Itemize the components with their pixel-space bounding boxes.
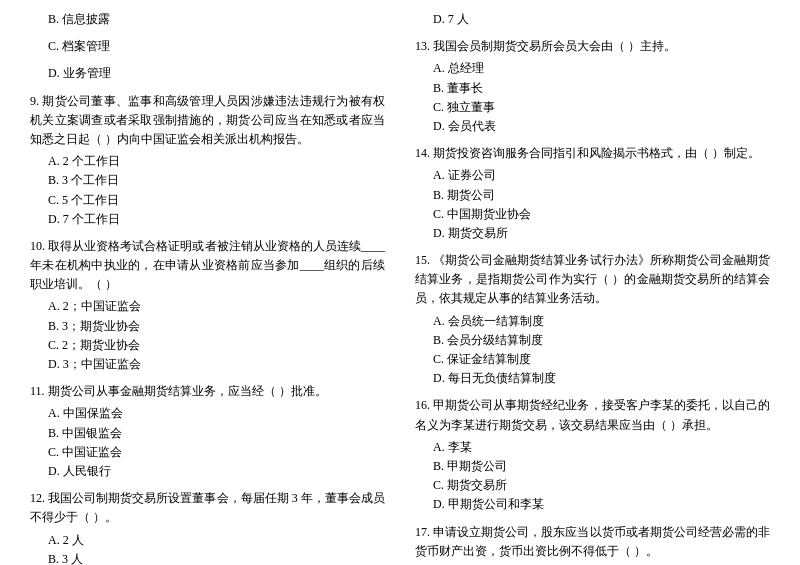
q13-option-a: A. 总经理 (415, 59, 770, 78)
q11-option-c: C. 中国证监会 (30, 443, 385, 462)
q16-option-c: C. 期货交易所 (415, 476, 770, 495)
q13-option-c: C. 独立董事 (415, 98, 770, 117)
q9-option-c: C. 5 个工作日 (30, 191, 385, 210)
q11-option-a: A. 中国保监会 (30, 404, 385, 423)
question-12-text: 12. 我国公司制期货交易所设置董事会，每届任期 3 年，董事会成员不得少于（ … (30, 489, 385, 527)
q14-option-d: D. 期货交易所 (415, 224, 770, 243)
q14-option-b: B. 期货公司 (415, 186, 770, 205)
q12-d-block: D. 7 人 (415, 10, 770, 29)
q10-option-a: A. 2；中国证监会 (30, 297, 385, 316)
question-9: 9. 期货公司董事、监事和高级管理人员因涉嫌违法违规行为被有权机关立案调查或者采… (30, 92, 385, 229)
q15-option-b: B. 会员分级结算制度 (415, 331, 770, 350)
page-content: B. 信息披露 C. 档案管理 D. 业务管理 9. 期货公司董事、监事和高级管… (30, 10, 770, 565)
question-11: 11. 期货公司从事金融期货结算业务，应当经（ ）批准。 A. 中国保监会 B.… (30, 382, 385, 481)
q11-option-d: D. 人民银行 (30, 462, 385, 481)
question-16: 16. 甲期货公司从事期货经纪业务，接受客户李某的委托，以自己的名义为李某进行期… (415, 396, 770, 514)
q15-option-a: A. 会员统一结算制度 (415, 312, 770, 331)
q-b-info: B. 信息披露 (30, 10, 385, 29)
q9-option-b: B. 3 个工作日 (30, 171, 385, 190)
right-column: D. 7 人 13. 我国会员制期货交易所会员大会由（ ）主持。 A. 总经理 … (400, 10, 770, 565)
question-14-text: 14. 期货投资咨询服务合同指引和风险揭示书格式，由（ ）制定。 (415, 144, 770, 163)
q14-option-c: C. 中国期货业协会 (415, 205, 770, 224)
q16-option-a: A. 李某 (415, 438, 770, 457)
q13-option-b: B. 董事长 (415, 79, 770, 98)
q9-option-a: A. 2 个工作日 (30, 152, 385, 171)
q12-option-b: B. 3 人 (30, 550, 385, 565)
q-c-file: C. 档案管理 (30, 37, 385, 56)
question-11-text: 11. 期货公司从事金融期货结算业务，应当经（ ）批准。 (30, 382, 385, 401)
question-9-text: 9. 期货公司董事、监事和高级管理人员因涉嫌违法违规行为被有权机关立案调查或者采… (30, 92, 385, 150)
q13-option-d: D. 会员代表 (415, 117, 770, 136)
q10-option-c: C. 2；期货业协会 (30, 336, 385, 355)
left-column: B. 信息披露 C. 档案管理 D. 业务管理 9. 期货公司董事、监事和高级管… (30, 10, 400, 565)
question-13: 13. 我国会员制期货交易所会员大会由（ ）主持。 A. 总经理 B. 董事长 … (415, 37, 770, 136)
question-13-text: 13. 我国会员制期货交易所会员大会由（ ）主持。 (415, 37, 770, 56)
q14-option-a: A. 证券公司 (415, 166, 770, 185)
question-17-text: 17. 申请设立期货公司，股东应当以货币或者期货公司经营必需的非货币财产出资，货… (415, 523, 770, 561)
question-17: 17. 申请设立期货公司，股东应当以货币或者期货公司经营必需的非货币财产出资，货… (415, 523, 770, 566)
q12-option-d: D. 7 人 (415, 10, 770, 29)
q12-option-a: A. 2 人 (30, 531, 385, 550)
question-10-text: 10. 取得从业资格考试合格证明或者被注销从业资格的人员连续____年未在机构中… (30, 237, 385, 295)
question-15-text: 15. 《期货公司金融期货结算业务试行办法》所称期货公司金融期货结算业务，是指期… (415, 251, 770, 309)
question-12: 12. 我国公司制期货交易所设置董事会，每届任期 3 年，董事会成员不得少于（ … (30, 489, 385, 565)
q9-option-d: D. 7 个工作日 (30, 210, 385, 229)
q16-option-d: D. 甲期货公司和李某 (415, 495, 770, 514)
option-b-info: B. 信息披露 (30, 10, 385, 29)
q11-option-b: B. 中国银监会 (30, 424, 385, 443)
q10-option-d: D. 3；中国证监会 (30, 355, 385, 374)
q16-option-b: B. 甲期货公司 (415, 457, 770, 476)
option-c-file: C. 档案管理 (30, 37, 385, 56)
q10-option-b: B. 3；期货业协会 (30, 317, 385, 336)
option-d-biz: D. 业务管理 (30, 64, 385, 83)
q15-option-c: C. 保证金结算制度 (415, 350, 770, 369)
q-d-biz: D. 业务管理 (30, 64, 385, 83)
question-16-text: 16. 甲期货公司从事期货经纪业务，接受客户李某的委托，以自己的名义为李某进行期… (415, 396, 770, 434)
question-15: 15. 《期货公司金融期货结算业务试行办法》所称期货公司金融期货结算业务，是指期… (415, 251, 770, 388)
question-10: 10. 取得从业资格考试合格证明或者被注销从业资格的人员连续____年未在机构中… (30, 237, 385, 374)
question-14: 14. 期货投资咨询服务合同指引和风险揭示书格式，由（ ）制定。 A. 证券公司… (415, 144, 770, 243)
q15-option-d: D. 每日无负债结算制度 (415, 369, 770, 388)
